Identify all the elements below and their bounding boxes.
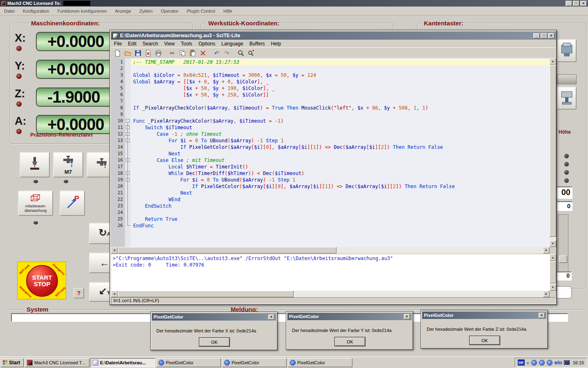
edge-probe-button-2[interactable] (557, 87, 577, 110)
findnext-icon[interactable] (246, 49, 256, 58)
code-line-11[interactable]: 11- Switch $iTimeout (111, 124, 550, 131)
edge-knob-3[interactable] (564, 170, 569, 175)
code-line-15[interactable]: 15 Next (111, 150, 550, 157)
scite-menu-help[interactable]: Help (271, 41, 281, 47)
probe-p-button[interactable]: P (60, 191, 85, 216)
mach3-maximize-button[interactable]: □ (573, 1, 579, 6)
axis-y-ref-led[interactable] (16, 74, 22, 79)
code-line-14[interactable]: 14 If PixelGetColor($aArray[$i][0], $aAr… (111, 144, 550, 150)
edge-knob-1[interactable] (564, 154, 569, 158)
axis-x-ref-led[interactable] (16, 46, 22, 51)
tray-app-icon[interactable] (531, 360, 537, 366)
editor-vscrollbar[interactable]: ▲ ▼ (550, 58, 556, 247)
output-vscroll-thumb[interactable] (550, 261, 556, 283)
dialog-ok-button[interactable]: OK (469, 336, 500, 345)
scite-menu-search[interactable]: Search (143, 41, 158, 47)
edge-probe-button-1[interactable] (557, 39, 577, 62)
dialog-close-button[interactable]: × (268, 314, 274, 320)
code-line-23[interactable]: 23 EndSwitch (111, 203, 550, 209)
find-icon[interactable] (236, 49, 245, 58)
start-stop-circle[interactable]: START STOP (26, 265, 58, 297)
tray-expand-icon[interactable]: « (527, 360, 529, 365)
redo-icon[interactable]: ↷ (222, 49, 232, 58)
scroll-right-icon[interactable]: ► (543, 247, 550, 254)
mach3-menu-funktionen-konfigurieren[interactable]: Funktionen konfigurieren (58, 9, 107, 13)
code-line-18[interactable]: 18- While Dec(TimerDiff($hTimer)) < Dec(… (111, 170, 550, 177)
new-icon[interactable] (113, 49, 122, 58)
output-hscroll-thumb[interactable] (118, 291, 294, 297)
taskbar-task-3-autoit[interactable]: PixelGetColor (156, 358, 221, 367)
code-line-2[interactable]: 2 (111, 65, 550, 72)
workspace-monitor-button[interactable]: Arbeitsraum- überwachung (18, 191, 53, 216)
tool-measure-button[interactable] (20, 152, 50, 177)
axis-z-ref-led[interactable] (16, 101, 22, 107)
tray-app-icon[interactable] (547, 360, 552, 366)
code-line-16[interactable]: 16- Case Else ; mit Timeout (111, 157, 550, 164)
scroll-left-icon[interactable]: ◄ (111, 291, 118, 297)
mach3-menu-datei[interactable]: Datei (4, 9, 15, 13)
code-line-5[interactable]: 5 [$x + 50, $y + 190, $iColor], _ (111, 85, 550, 92)
editor-hscroll-thumb[interactable] (118, 247, 336, 254)
save-icon[interactable] (133, 49, 143, 58)
coolant-m7-button[interactable]: M7 (53, 152, 83, 177)
mach3-titlebar[interactable]: Mach3 CNC Licensed To: _ □ × (0, 0, 588, 7)
scite-maximize-button[interactable]: □ (541, 33, 547, 38)
mach3-menu-hilfe[interactable]: Hilfe (223, 9, 232, 13)
scite-close-button[interactable]: × (548, 33, 555, 38)
scite-titlebar[interactable]: E:\Daten\Arbeitsraumüberwachung.au3 - Sc… (111, 31, 556, 40)
language-indicator[interactable]: DE (518, 359, 525, 366)
help-button[interactable]: ? (74, 288, 84, 298)
start-button[interactable]: Start (1, 358, 24, 367)
scroll-right-icon[interactable]: ► (543, 291, 550, 297)
editor-vscroll-thumb[interactable] (550, 65, 556, 237)
code-line-21[interactable]: 21 Next (111, 190, 550, 196)
dialog-close-button[interactable]: × (404, 314, 410, 319)
dialog-titlebar[interactable]: PixelGetColor × (287, 313, 412, 320)
scite-menu-language[interactable]: Language (221, 41, 243, 47)
mach3-menu-zyklen[interactable]: Zyklen (139, 9, 152, 13)
scite-menu-buffers[interactable]: Buffers (249, 41, 265, 47)
scite-menu-view[interactable]: View (164, 41, 175, 47)
scroll-down-icon[interactable]: ▼ (550, 240, 556, 247)
undo-icon[interactable]: ↶ (212, 49, 221, 58)
code-line-3[interactable]: 3Global $iColor = 0x84c521, $iTimeout = … (111, 72, 550, 79)
code-line-19[interactable]: 19- For $i = 0 To UBound($aArray) -1 Ste… (111, 177, 550, 183)
code-line-13[interactable]: 13- For $i = 0 To UBound($aArray) -1 Ste… (111, 137, 550, 144)
code-line-22[interactable]: 22 WEnd (111, 196, 550, 203)
taskbar-task-5-autoit[interactable]: PixelGetColor (288, 358, 352, 367)
taskbar-task-2-scite[interactable]: E:\Daten\Arbeitsrau... (91, 358, 155, 367)
scite-menu-edit[interactable]: Edit (128, 41, 136, 47)
dialog-ok-button[interactable]: OK (199, 337, 230, 347)
code-line-17[interactable]: 17 Local $hTimer = TimerInit() (111, 164, 550, 170)
dialog-ok-button[interactable]: OK (334, 337, 365, 346)
edge-value-field-3[interactable]: 0 (555, 272, 572, 280)
code-line-20[interactable]: 20 If PixelGetColor($aArray[$i][0], $aAr… (111, 183, 550, 190)
code-line-9[interactable]: 9 (111, 111, 550, 118)
code-line-4[interactable]: 4Global $aArray = [[$x + 0, $y + 0, $iCo… (111, 79, 550, 85)
dialog-titlebar[interactable]: PixelGetColor × (422, 312, 546, 319)
edge-knob-4[interactable] (564, 178, 569, 183)
output-vscrollbar[interactable]: ▲ ▼ (550, 254, 556, 291)
print-icon[interactable] (154, 49, 163, 58)
code-line-12[interactable]: 12- Case -1 ; ohne Timeout (111, 131, 550, 137)
mach3-menu-operator[interactable]: Operator (161, 9, 178, 13)
code-line-1[interactable]: 1;-- TIME_STAMP 2017-01-20 15:27:53 (111, 59, 550, 65)
code-line-10[interactable]: 10-Func _PixelArrayCheckColor($aArray, $… (111, 118, 550, 124)
scroll-left-icon[interactable]: ◄ (111, 247, 118, 254)
mach3-close-button[interactable]: × (580, 1, 587, 6)
open-icon[interactable] (123, 49, 132, 58)
cut-icon[interactable]: ✂ (167, 49, 177, 58)
mach3-menu-konfiguration[interactable]: Konfiguration (23, 9, 49, 13)
scite-menu-tools[interactable]: Tools (181, 41, 192, 47)
edge-knob-2[interactable] (564, 162, 569, 166)
code-line-25[interactable]: 25 Return True (111, 216, 550, 222)
output-pane[interactable]: >"C:\Programme\AutoIt3\SciTE\..\autoit3.… (111, 254, 550, 291)
scroll-up-icon[interactable]: ▲ (550, 254, 556, 261)
editor-hscrollbar[interactable]: ◄ ► (111, 247, 550, 254)
copy-icon[interactable] (178, 49, 187, 58)
output-hscrollbar[interactable]: ◄ ► (111, 291, 550, 297)
dialog-titlebar[interactable]: PixelGetColor × (152, 313, 276, 321)
paste-icon[interactable] (188, 49, 197, 58)
fold-collapse-icon[interactable]: - (126, 119, 129, 123)
display-tray-icon[interactable] (564, 360, 570, 365)
